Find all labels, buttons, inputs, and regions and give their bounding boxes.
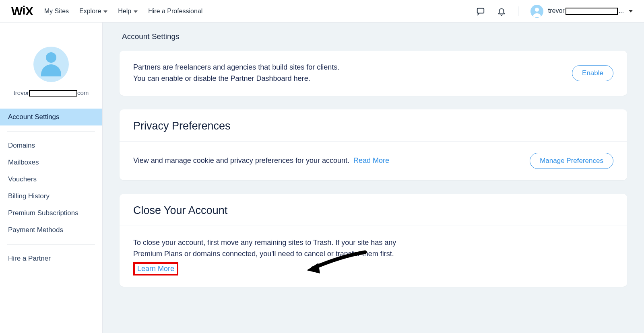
sidebar-email: trevorcom (14, 89, 89, 97)
sidebar-item-premium-subscriptions[interactable]: Premium Subscriptions (0, 205, 102, 222)
divider (518, 6, 518, 16)
learn-more-link[interactable]: Learn More (137, 265, 174, 273)
sidebar-item-mailboxes[interactable]: Mailboxes (0, 154, 102, 171)
avatar-large-icon (33, 47, 69, 82)
card-title: Close Your Account (120, 194, 627, 226)
wix-logo[interactable]: WiX (11, 4, 33, 18)
sidebar-item-domains[interactable]: Domains (0, 137, 102, 154)
page-title: Account Settings (122, 32, 625, 41)
nav-hire-professional[interactable]: Hire a Professional (148, 8, 202, 15)
sidebar-item-label: Vouchers (8, 175, 37, 183)
topbar: WiX My Sites Explore Help Hire a Profess… (0, 0, 644, 23)
close-account-card: Close Your Account To close your account… (120, 194, 627, 287)
enable-button[interactable]: Enable (572, 65, 613, 81)
bell-icon[interactable] (497, 7, 506, 16)
manage-preferences-button[interactable]: Manage Preferences (530, 153, 613, 169)
sidebar: trevorcom Account Settings Domains Mailb… (0, 23, 103, 333)
learn-more-highlight: Learn More (133, 262, 178, 275)
content: Partners are freelancers and agencies th… (103, 51, 644, 333)
close-card-text: To close your account, first move any re… (133, 237, 415, 260)
topbar-right: trevor... (476, 5, 633, 18)
svg-rect-0 (477, 8, 484, 13)
read-more-link[interactable]: Read More (353, 156, 389, 164)
nav-label: My Sites (44, 8, 69, 15)
sidebar-item-billing-history[interactable]: Billing History (0, 188, 102, 205)
partner-dashboard-card: Partners are freelancers and agencies th… (120, 51, 627, 96)
sidebar-item-label: Domains (8, 142, 35, 149)
nav-label: Explore (79, 8, 101, 15)
main: Account Settings Partners are freelancer… (103, 23, 644, 333)
sidebar-item-vouchers[interactable]: Vouchers (0, 171, 102, 188)
partner-card-text: Partners are freelancers and agencies th… (133, 62, 562, 84)
divider (7, 131, 95, 132)
sidebar-nav: Account Settings Domains Mailboxes Vouch… (0, 109, 102, 267)
user-name: trevor... (548, 7, 624, 15)
svg-point-2 (535, 8, 539, 12)
avatar-icon (530, 5, 543, 18)
sidebar-item-label: Billing History (8, 192, 50, 200)
privacy-card-text: View and manage cookie and privacy prefe… (133, 155, 520, 166)
sidebar-profile: trevorcom (0, 47, 102, 97)
sidebar-item-payment-methods[interactable]: Payment Methods (0, 222, 102, 238)
sidebar-item-label: Payment Methods (8, 226, 63, 234)
chevron-down-icon (134, 10, 138, 13)
nav-label: Help (118, 8, 131, 15)
user-menu[interactable]: trevor... (530, 5, 633, 18)
card-title: Privacy Preferences (120, 109, 627, 141)
page-header: Account Settings (103, 23, 644, 51)
sidebar-item-account-settings[interactable]: Account Settings (0, 109, 102, 125)
top-nav: My Sites Explore Help Hire a Professiona… (44, 8, 203, 15)
nav-explore[interactable]: Explore (79, 8, 107, 15)
sidebar-item-label: Hire a Partner (8, 255, 51, 262)
sidebar-item-hire-partner[interactable]: Hire a Partner (0, 250, 102, 267)
sidebar-item-label: Mailboxes (8, 158, 39, 166)
svg-marker-3 (307, 263, 320, 273)
chevron-down-icon (629, 10, 633, 12)
divider (7, 244, 95, 245)
chat-icon[interactable] (476, 7, 485, 16)
chevron-down-icon (103, 10, 107, 13)
sidebar-item-label: Account Settings (8, 113, 60, 121)
shell: trevorcom Account Settings Domains Mailb… (0, 23, 644, 333)
nav-help[interactable]: Help (118, 8, 138, 15)
redacted-box (566, 8, 618, 15)
sidebar-item-label: Premium Subscriptions (8, 209, 78, 217)
nav-label: Hire a Professional (148, 8, 202, 15)
nav-my-sites[interactable]: My Sites (44, 8, 69, 15)
privacy-preferences-card: Privacy Preferences View and manage cook… (120, 109, 627, 180)
redacted-box (29, 90, 77, 97)
